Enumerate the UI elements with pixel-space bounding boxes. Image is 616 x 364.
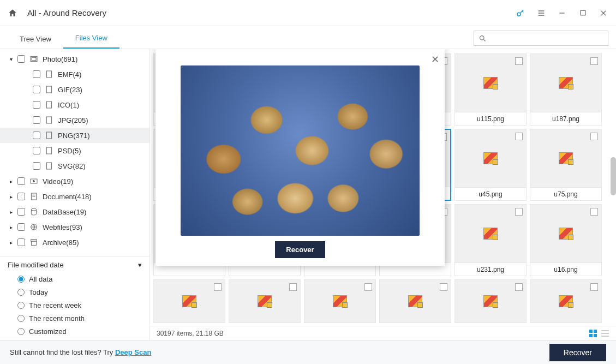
scrollbar-thumb[interactable]: [611, 157, 616, 195]
filter-option[interactable]: Today: [8, 285, 142, 299]
tab-files-view[interactable]: Files View: [63, 28, 119, 49]
file-thumb[interactable]: [229, 279, 301, 323]
tree-video[interactable]: ▸Video(19): [0, 174, 149, 189]
chevron-down-icon[interactable]: ▾: [138, 261, 142, 269]
filter-option[interactable]: The recent week: [8, 299, 142, 312]
chevron-right-icon[interactable]: ▸: [10, 194, 15, 200]
thumb-checkbox[interactable]: [440, 283, 447, 291]
filter-radio[interactable]: [17, 289, 25, 296]
deep-scan-link[interactable]: Deep Scan: [115, 348, 151, 356]
tree-checkbox[interactable]: [17, 177, 25, 185]
tree-checkbox[interactable]: [33, 101, 40, 109]
tree-item-selected[interactable]: PNG(371): [0, 128, 149, 143]
file-thumb[interactable]: u231.png: [454, 204, 527, 276]
tree-item[interactable]: ICO(1): [0, 97, 149, 112]
svg-line-9: [483, 39, 485, 41]
svg-rect-16: [46, 132, 51, 139]
tree-item[interactable]: SVG(82): [0, 158, 149, 174]
filter-option[interactable]: All data: [8, 272, 142, 285]
thumb-checkbox[interactable]: [214, 283, 222, 291]
tree-checkbox[interactable]: [17, 55, 25, 63]
image-placeholder-icon: [483, 228, 498, 240]
thumb-checkbox[interactable]: [515, 208, 523, 216]
thumb-checkbox[interactable]: [590, 133, 598, 140]
thumb-checkbox[interactable]: [515, 283, 523, 291]
filter-header[interactable]: File modified date ▾: [8, 261, 142, 269]
list-view-icon[interactable]: [601, 329, 609, 338]
tree-label: Video(19): [43, 177, 73, 186]
chevron-right-icon[interactable]: ▸: [10, 224, 15, 230]
file-thumb[interactable]: u45.png: [454, 129, 527, 201]
tree-label: PSD(5): [58, 147, 81, 155]
thumb-checkbox[interactable]: [289, 283, 297, 291]
filter-radio[interactable]: [17, 276, 25, 283]
tree-checkbox[interactable]: [33, 70, 40, 78]
tree-item[interactable]: PSD(5): [0, 143, 149, 158]
recover-button[interactable]: Recover: [549, 344, 606, 361]
preview-modal: ✕ Recover: [156, 49, 445, 266]
tree-item[interactable]: JPG(205): [0, 112, 149, 128]
tree-item[interactable]: EMF(4): [0, 67, 149, 82]
tree-label: PNG(371): [58, 132, 90, 140]
svg-rect-18: [46, 163, 51, 169]
thumb-checkbox[interactable]: [515, 133, 523, 140]
search-input[interactable]: [490, 34, 603, 43]
tree-checkbox[interactable]: [33, 132, 40, 139]
thumb-checkbox[interactable]: [364, 283, 372, 291]
thumb-checkbox[interactable]: [590, 208, 598, 216]
filter-radio[interactable]: [17, 315, 25, 322]
tree-photo[interactable]: ▾ Photo(691): [0, 51, 149, 67]
filter-option[interactable]: The recent month: [8, 312, 142, 325]
minimize-icon[interactable]: [557, 8, 567, 18]
search-box[interactable]: [474, 31, 608, 46]
home-icon[interactable]: [8, 8, 17, 18]
tree-checkbox[interactable]: [17, 208, 25, 216]
thumb-checkbox[interactable]: [515, 57, 523, 65]
file-icon: [45, 100, 53, 109]
file-thumb[interactable]: [153, 279, 225, 323]
tree-label: Archive(85): [43, 238, 79, 247]
modal-recover-button[interactable]: Recover: [275, 241, 325, 258]
tree-checkbox[interactable]: [17, 193, 25, 200]
tree-webfiles[interactable]: ▸Webfiles(93): [0, 219, 149, 235]
file-name: u16.png: [530, 262, 601, 276]
maximize-icon[interactable]: [578, 8, 588, 18]
chevron-right-icon[interactable]: ▸: [10, 240, 15, 246]
tab-tree-view[interactable]: Tree View: [8, 29, 63, 49]
file-thumb[interactable]: u16.png: [530, 204, 602, 276]
menu-icon[interactable]: [536, 8, 546, 18]
image-placeholder-icon: [333, 295, 347, 307]
tree-document[interactable]: ▸Document(418): [0, 189, 149, 204]
image-placeholder-icon: [182, 295, 196, 307]
tree-checkbox[interactable]: [17, 223, 25, 231]
tree-archive[interactable]: ▸Archive(85): [0, 235, 149, 250]
tree-checkbox[interactable]: [33, 86, 40, 93]
thumb-checkbox[interactable]: [590, 57, 598, 65]
filter-radio[interactable]: [17, 328, 25, 335]
image-placeholder-icon: [483, 77, 498, 89]
chevron-right-icon[interactable]: ▸: [10, 209, 15, 215]
file-thumb[interactable]: u75.png: [530, 129, 602, 201]
tree-item[interactable]: GIF(23): [0, 82, 149, 97]
tree-checkbox[interactable]: [17, 238, 25, 246]
thumb-checkbox[interactable]: [590, 283, 598, 291]
key-icon[interactable]: [516, 8, 525, 18]
file-name: u187.png: [530, 112, 601, 125]
tree-database[interactable]: ▸DataBase(19): [0, 204, 149, 219]
file-thumb[interactable]: u115.png: [454, 53, 527, 126]
file-thumb[interactable]: [379, 279, 451, 323]
chevron-down-icon[interactable]: ▾: [10, 56, 15, 62]
file-thumb[interactable]: u187.png: [530, 53, 602, 126]
tree-checkbox[interactable]: [33, 147, 40, 154]
tree-checkbox[interactable]: [33, 116, 40, 124]
filter-option[interactable]: Customized: [8, 325, 142, 338]
tree-checkbox[interactable]: [33, 162, 40, 170]
close-icon[interactable]: [599, 8, 608, 18]
file-thumb[interactable]: [454, 279, 527, 323]
chevron-right-icon[interactable]: ▸: [10, 178, 15, 184]
close-icon[interactable]: ✕: [431, 53, 439, 65]
filter-radio[interactable]: [17, 302, 25, 309]
file-thumb[interactable]: [304, 279, 376, 323]
file-thumb[interactable]: [530, 279, 602, 323]
grid-view-icon[interactable]: [589, 329, 597, 338]
